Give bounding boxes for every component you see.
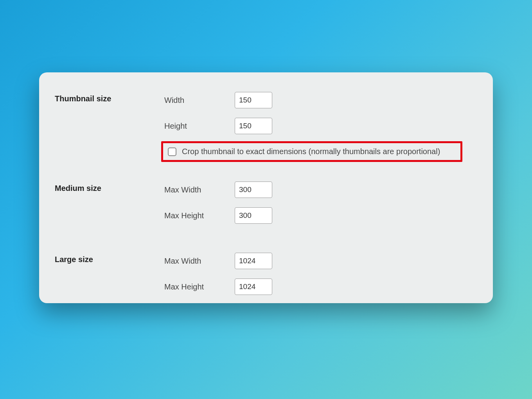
crop-checkbox[interactable]: [168, 147, 176, 156]
medium-height-input[interactable]: [235, 207, 272, 224]
medium-section: Medium size Max Width Max Height: [55, 182, 481, 233]
thumbnail-section: Thumbnail size Width Height Crop thumbna…: [55, 92, 481, 162]
thumbnail-height-label: Height: [164, 122, 235, 131]
large-width-label: Max Width: [164, 257, 235, 266]
thumbnail-width-label: Width: [164, 96, 235, 105]
large-height-label: Max Height: [164, 282, 235, 291]
medium-title: Medium size: [55, 182, 164, 193]
medium-width-label: Max Width: [164, 185, 235, 194]
large-width-row: Max Width: [164, 253, 481, 269]
thumbnail-fields: Width Height Crop thumbnail to exact dim…: [164, 92, 481, 162]
large-height-row: Max Height: [164, 279, 481, 295]
large-height-input[interactable]: [235, 279, 272, 295]
medium-width-input[interactable]: [235, 182, 272, 198]
medium-width-row: Max Width: [164, 182, 481, 198]
medium-fields: Max Width Max Height: [164, 182, 481, 233]
crop-label: Crop thumbnail to exact dimensions (norm…: [182, 147, 440, 156]
medium-height-label: Max Height: [164, 211, 235, 220]
crop-highlight: Crop thumbnail to exact dimensions (norm…: [161, 141, 462, 162]
large-fields: Max Width Max Height: [164, 253, 481, 295]
large-title: Large size: [55, 253, 164, 264]
settings-panel: Thumbnail size Width Height Crop thumbna…: [39, 72, 493, 303]
medium-height-row: Max Height: [164, 207, 481, 224]
large-width-input[interactable]: [235, 253, 272, 269]
large-section: Large size Max Width Max Height: [55, 253, 481, 295]
thumbnail-title: Thumbnail size: [55, 92, 164, 103]
thumbnail-height-input[interactable]: [235, 118, 272, 134]
thumbnail-height-row: Height: [164, 118, 481, 134]
thumbnail-width-row: Width: [164, 92, 481, 108]
thumbnail-width-input[interactable]: [235, 92, 272, 108]
